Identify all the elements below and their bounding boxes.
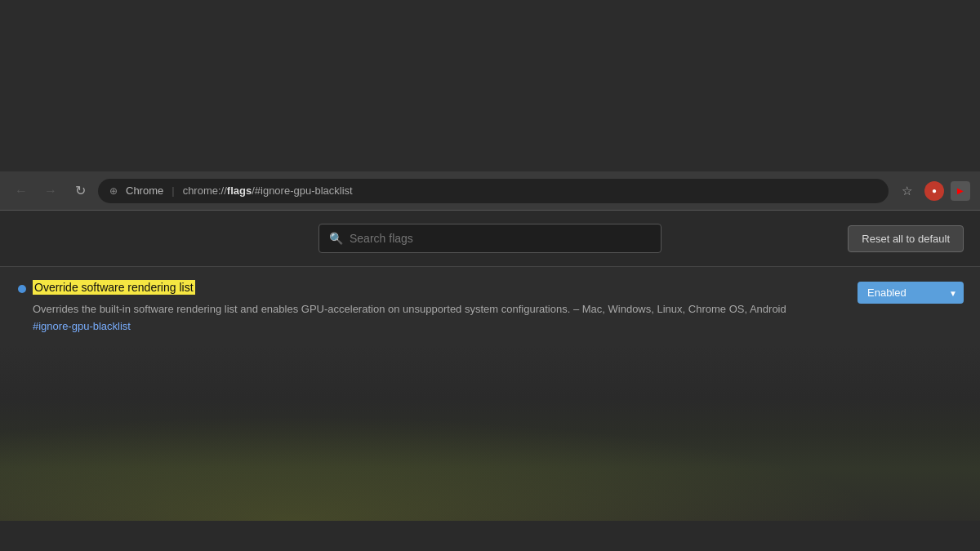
url-rest-part: /#ignore-gpu-blacklist: [252, 184, 353, 197]
flag-body: Override software rendering list Overrid…: [33, 280, 849, 332]
search-box[interactable]: 🔍: [318, 224, 662, 253]
flag-description: Overrides the built-in software renderin…: [33, 301, 849, 318]
search-input[interactable]: [350, 232, 651, 245]
flag-anchor-link[interactable]: #ignore-gpu-blacklist: [33, 320, 849, 332]
site-name-label: Chrome: [126, 184, 163, 197]
address-bar[interactable]: ⊕ Chrome | chrome://flags/#ignore-gpu-bl…: [98, 179, 889, 203]
url-static-part: chrome://: [183, 184, 227, 197]
flag-item: Override software rendering list Overrid…: [0, 267, 980, 345]
flag-title: Override software rendering list: [33, 280, 195, 295]
flag-enabled-select[interactable]: Default Enabled Disabled: [858, 282, 964, 304]
reload-button[interactable]: ↻: [69, 180, 91, 202]
forward-button[interactable]: →: [39, 180, 62, 202]
extension-icon-dark[interactable]: ▶: [951, 181, 970, 201]
back-button[interactable]: ←: [10, 180, 33, 202]
search-icon: 🔍: [329, 232, 343, 245]
secure-icon: ⊕: [108, 185, 119, 197]
toolbar-icons: ☆ ● ▶: [895, 180, 970, 202]
bottom-area: [0, 345, 980, 521]
top-dark-area: [0, 0, 980, 171]
bottom-glow-effect: [0, 398, 980, 521]
flag-select-wrapper[interactable]: Default Enabled Disabled: [858, 282, 964, 304]
flag-active-dot: [18, 285, 26, 293]
main-content: 🔍 Reset all to default Override software…: [0, 211, 980, 345]
reset-all-button[interactable]: Reset all to default: [848, 225, 964, 252]
url-display: chrome://flags/#ignore-gpu-blacklist: [183, 184, 353, 197]
flags-area: Override software rendering list Overrid…: [0, 266, 980, 345]
browser-bar: ← → ↻ ⊕ Chrome | chrome://flags/#ignore-…: [0, 171, 980, 211]
search-row: 🔍 Reset all to default: [0, 211, 980, 266]
bookmark-button[interactable]: ☆: [895, 180, 918, 202]
url-separator: |: [172, 184, 174, 197]
extension-icon-red[interactable]: ●: [924, 181, 944, 201]
url-bold-part: flags: [227, 184, 252, 197]
flag-control[interactable]: Default Enabled Disabled: [858, 282, 964, 304]
